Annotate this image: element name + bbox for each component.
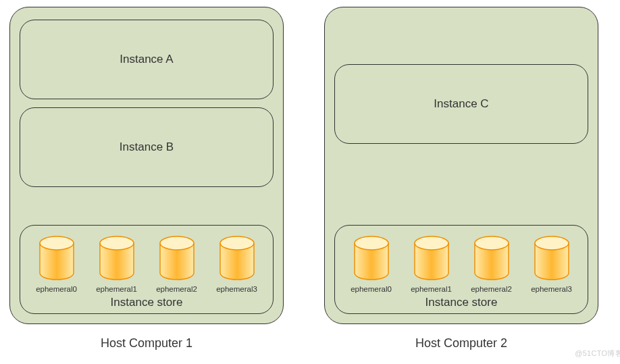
svg-point-2 bbox=[160, 236, 194, 250]
disk-label: ephemeral0 bbox=[36, 285, 77, 293]
disk-icon bbox=[36, 234, 78, 282]
disk-label: ephemeral3 bbox=[531, 285, 572, 293]
instance-label: Instance A bbox=[120, 53, 173, 66]
host-row: Instance A Instance B ephemeral0 ephemer… bbox=[7, 7, 620, 350]
disk-label: ephemeral0 bbox=[351, 285, 392, 293]
instance-label: Instance C bbox=[434, 97, 488, 111]
disk-icon bbox=[96, 234, 138, 282]
svg-point-4 bbox=[355, 236, 388, 250]
disk: ephemeral1 bbox=[88, 234, 145, 293]
instance-box: Instance A bbox=[20, 20, 274, 99]
instance-box: Instance C bbox=[334, 64, 588, 144]
disk: ephemeral0 bbox=[343, 234, 399, 293]
svg-point-3 bbox=[220, 236, 254, 250]
store-label: Instance store bbox=[425, 296, 498, 309]
store-label: Instance store bbox=[111, 296, 183, 309]
host-label: Host Computer 1 bbox=[101, 336, 192, 350]
svg-point-7 bbox=[535, 236, 569, 250]
svg-point-6 bbox=[475, 236, 509, 250]
svg-point-1 bbox=[100, 236, 134, 250]
disk-icon bbox=[351, 234, 392, 282]
svg-point-0 bbox=[40, 236, 74, 250]
disk: ephemeral2 bbox=[149, 234, 205, 293]
disk-label: ephemeral3 bbox=[216, 285, 257, 293]
host-box: Instance C ephemeral0 ephemeral1 ephemer bbox=[324, 7, 598, 324]
disk-icon bbox=[411, 234, 453, 282]
disk-label: ephemeral1 bbox=[96, 285, 137, 293]
disk: ephemeral1 bbox=[403, 234, 459, 293]
instance-store: ephemeral0 ephemeral1 ephemeral2 ephemer… bbox=[20, 225, 274, 314]
host-computer-2: Instance C ephemeral0 ephemeral1 ephemer bbox=[324, 7, 598, 350]
disk: ephemeral2 bbox=[463, 234, 519, 293]
disk-icon bbox=[216, 234, 258, 282]
disk-label: ephemeral2 bbox=[471, 285, 512, 293]
host-computer-1: Instance A Instance B ephemeral0 ephemer… bbox=[9, 7, 284, 350]
disk: ephemeral0 bbox=[28, 234, 84, 293]
disk-label: ephemeral2 bbox=[156, 285, 197, 293]
spacer bbox=[20, 195, 274, 225]
host-box: Instance A Instance B ephemeral0 ephemer… bbox=[9, 7, 284, 324]
disk-label: ephemeral1 bbox=[411, 285, 452, 293]
instance-label: Instance B bbox=[120, 140, 174, 154]
svg-point-5 bbox=[415, 236, 448, 250]
spacer bbox=[334, 152, 588, 225]
disk-row: ephemeral0 ephemeral1 ephemeral2 ephemer… bbox=[28, 234, 265, 293]
host-label: Host Computer 2 bbox=[415, 336, 507, 350]
diagram-canvas: Instance A Instance B ephemeral0 ephemer… bbox=[7, 7, 620, 364]
instance-store: ephemeral0 ephemeral1 ephemeral2 ephemer… bbox=[334, 225, 588, 314]
disk-icon bbox=[471, 234, 513, 282]
disk-icon bbox=[531, 234, 573, 282]
disk-icon bbox=[156, 234, 198, 282]
disk: ephemeral3 bbox=[523, 234, 579, 293]
instance-box: Instance B bbox=[20, 107, 274, 187]
disk-row: ephemeral0 ephemeral1 ephemeral2 ephemer… bbox=[343, 234, 579, 293]
disk: ephemeral3 bbox=[209, 234, 265, 293]
